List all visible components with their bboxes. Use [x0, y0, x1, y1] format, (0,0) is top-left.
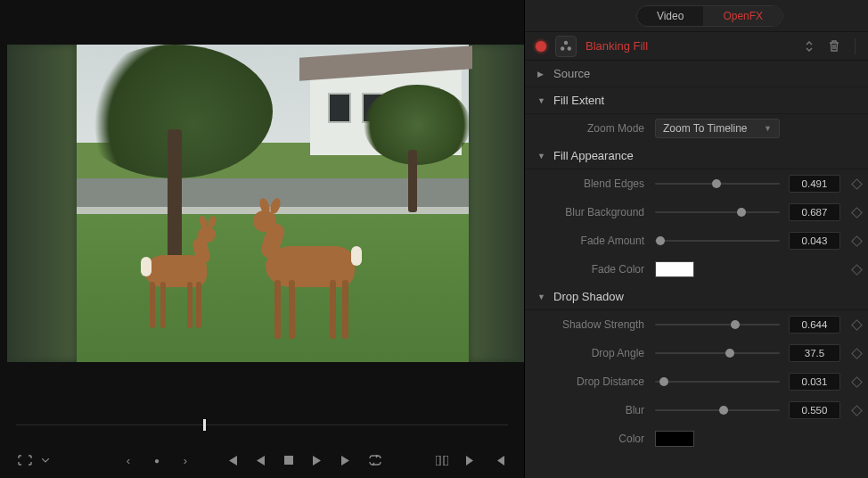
viewer-top-spacer: [0, 0, 524, 45]
drop-distance-slider[interactable]: [655, 375, 780, 388]
caret-down-icon: ▼: [537, 96, 548, 105]
fade-color-swatch[interactable]: [655, 261, 694, 277]
section-drop-shadow[interactable]: ▼ Drop Shadow: [525, 284, 868, 310]
caret-right-icon: ▶: [537, 70, 548, 78]
play-reverse-button[interactable]: [250, 450, 270, 470]
shadow-blur-value[interactable]: 0.550: [789, 401, 840, 419]
row-zoom-mode: Zoom Mode Zoom To Timeline ▼: [525, 114, 868, 143]
section-drop-shadow-label: Drop Shadow: [553, 290, 624, 303]
fade-color-label: Fade Color: [525, 263, 655, 276]
row-fade-amount: Fade Amount 0.043: [525, 227, 868, 255]
prev-edit-button[interactable]: [489, 450, 509, 470]
svg-point-4: [561, 46, 564, 50]
fade-amount-slider[interactable]: [655, 235, 780, 247]
drop-distance-value[interactable]: 0.031: [789, 373, 840, 391]
blur-background-value[interactable]: 0.687: [789, 203, 840, 221]
mark-in-prev-icon[interactable]: ‹: [119, 450, 138, 470]
viewer-pane: ‹ ● ›: [0, 0, 524, 478]
row-drop-angle: Drop Angle 37.5: [525, 339, 868, 367]
shadow-strength-keyframe[interactable]: [851, 319, 863, 331]
house-window: [328, 93, 351, 123]
svg-rect-0: [284, 456, 293, 465]
play-button[interactable]: [307, 450, 327, 470]
blend-edges-value[interactable]: 0.491: [789, 175, 840, 193]
blend-edges-keyframe[interactable]: [851, 178, 863, 190]
shadow-blur-slider[interactable]: [655, 404, 780, 416]
timeline-scrubber[interactable]: [16, 424, 508, 442]
shadow-strength-label: Shadow Strength: [525, 318, 655, 331]
row-blur-background: Blur Background 0.687: [525, 198, 868, 227]
row-shadow-color: Color: [525, 424, 868, 453]
zoom-mode-value: Zoom To Timeline: [663, 122, 747, 135]
blend-edges-slider[interactable]: [655, 177, 780, 190]
blur-background-keyframe[interactable]: [851, 207, 863, 218]
blur-background-label: Blur Background: [525, 206, 655, 218]
tree-large-trunk: [168, 129, 182, 272]
goto-last-frame-button[interactable]: [336, 450, 356, 470]
shadow-strength-slider[interactable]: [655, 318, 780, 331]
drop-distance-keyframe[interactable]: [851, 376, 863, 388]
tree-small-trunk: [408, 150, 417, 212]
fade-amount-label: Fade Amount: [525, 235, 655, 247]
section-fill-extent-label: Fill Extent: [553, 94, 604, 107]
caret-down-icon: ▼: [537, 152, 548, 161]
row-fade-color: Fade Color: [525, 255, 868, 284]
section-source-label: Source: [553, 67, 590, 80]
tab-openfx[interactable]: OpenFX: [703, 6, 782, 26]
crop-safe-area-button[interactable]: [15, 450, 35, 470]
svg-rect-2: [444, 456, 448, 466]
row-blend-edges: Blend Edges 0.491: [525, 169, 868, 198]
chevron-down-icon: ▼: [764, 124, 772, 133]
effect-icon[interactable]: [555, 36, 577, 57]
goto-first-frame-button[interactable]: [222, 450, 242, 470]
row-shadow-blur: Blur 0.550: [525, 396, 868, 424]
effect-enable-toggle[interactable]: [536, 41, 546, 52]
preview-image[interactable]: [7, 45, 524, 362]
blur-background-slider[interactable]: [655, 206, 780, 218]
svg-point-3: [564, 40, 568, 44]
effect-header: Blanking Fill: [525, 32, 868, 61]
section-fill-extent[interactable]: ▼ Fill Extent: [525, 87, 868, 114]
fade-amount-value[interactable]: 0.043: [789, 232, 840, 250]
stop-button[interactable]: [279, 450, 299, 470]
section-fill-appearance[interactable]: ▼ Fill Appearance: [525, 143, 868, 169]
drop-angle-slider[interactable]: [655, 347, 780, 359]
inspector-tabbar: Video OpenFX: [525, 0, 868, 32]
row-drop-distance: Drop Distance 0.031: [525, 367, 868, 396]
effect-delete-icon[interactable]: [826, 38, 842, 54]
inspector-pane: Video OpenFX Blanking Fill ▶ Source ▼ Fi…: [524, 0, 868, 478]
drop-angle-value[interactable]: 37.5: [789, 344, 840, 362]
blend-edges-label: Blend Edges: [525, 177, 655, 190]
drop-angle-keyframe[interactable]: [851, 348, 863, 359]
row-shadow-strength: Shadow Strength 0.644: [525, 310, 868, 339]
transport-bar: ‹ ● ›: [0, 442, 524, 478]
match-frame-button[interactable]: [432, 450, 452, 470]
fade-color-keyframe[interactable]: [851, 264, 863, 276]
tab-segment: Video OpenFX: [636, 5, 783, 27]
drop-angle-label: Drop Angle: [525, 347, 655, 359]
shadow-color-swatch[interactable]: [655, 431, 694, 447]
fade-amount-keyframe[interactable]: [851, 235, 863, 247]
shadow-blur-label: Blur: [525, 404, 655, 416]
loop-button[interactable]: [364, 450, 384, 470]
zoom-mode-dropdown[interactable]: Zoom To Timeline ▼: [655, 119, 780, 138]
shadow-color-label: Color: [525, 433, 655, 445]
effect-sort-icon[interactable]: [801, 38, 817, 54]
section-fill-appearance-label: Fill Appearance: [553, 149, 634, 162]
fill-blur-right: [469, 45, 524, 362]
svg-point-5: [568, 46, 571, 50]
shadow-blur-keyframe[interactable]: [851, 405, 863, 416]
effect-name: Blanking Fill: [585, 39, 792, 53]
shadow-strength-value[interactable]: 0.644: [789, 316, 840, 334]
zoom-mode-label: Zoom Mode: [525, 122, 655, 135]
caret-down-icon: ▼: [537, 293, 548, 301]
mark-point-icon[interactable]: ●: [147, 450, 167, 470]
mark-out-next-icon[interactable]: ›: [176, 450, 195, 470]
dropdown-chevron[interactable]: [40, 450, 51, 470]
svg-rect-1: [436, 456, 440, 466]
drop-distance-label: Drop Distance: [525, 375, 655, 388]
tab-video[interactable]: Video: [637, 6, 703, 26]
section-source[interactable]: ▶ Source: [525, 61, 868, 87]
next-edit-button[interactable]: [461, 450, 480, 470]
playhead[interactable]: [203, 419, 206, 431]
